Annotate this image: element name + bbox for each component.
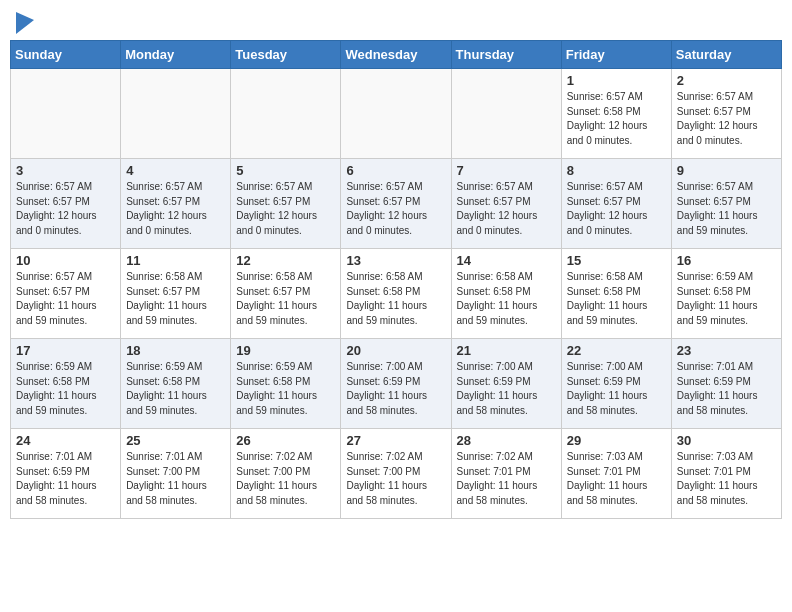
day-info: Sunrise: 6:57 AMSunset: 6:57 PMDaylight:… [236,180,335,238]
logo [14,16,34,34]
calendar-week-row: 24Sunrise: 7:01 AMSunset: 6:59 PMDayligh… [11,429,782,519]
day-info: Sunrise: 7:00 AMSunset: 6:59 PMDaylight:… [457,360,556,418]
day-number: 14 [457,253,556,268]
day-number: 13 [346,253,445,268]
calendar-cell: 3Sunrise: 6:57 AMSunset: 6:57 PMDaylight… [11,159,121,249]
day-number: 20 [346,343,445,358]
day-number: 4 [126,163,225,178]
calendar-cell: 7Sunrise: 6:57 AMSunset: 6:57 PMDaylight… [451,159,561,249]
calendar-cell: 21Sunrise: 7:00 AMSunset: 6:59 PMDayligh… [451,339,561,429]
day-number: 30 [677,433,776,448]
day-number: 15 [567,253,666,268]
calendar-cell: 4Sunrise: 6:57 AMSunset: 6:57 PMDaylight… [121,159,231,249]
calendar-cell: 27Sunrise: 7:02 AMSunset: 7:00 PMDayligh… [341,429,451,519]
logo-icon [16,12,34,34]
day-number: 6 [346,163,445,178]
calendar-cell: 28Sunrise: 7:02 AMSunset: 7:01 PMDayligh… [451,429,561,519]
calendar-cell: 2Sunrise: 6:57 AMSunset: 6:57 PMDaylight… [671,69,781,159]
day-info: Sunrise: 7:01 AMSunset: 6:59 PMDaylight:… [677,360,776,418]
day-number: 25 [126,433,225,448]
col-header-wednesday: Wednesday [341,41,451,69]
calendar-cell [341,69,451,159]
day-number: 3 [16,163,115,178]
day-number: 12 [236,253,335,268]
day-info: Sunrise: 7:01 AMSunset: 6:59 PMDaylight:… [16,450,115,508]
day-number: 5 [236,163,335,178]
day-info: Sunrise: 6:59 AMSunset: 6:58 PMDaylight:… [677,270,776,328]
calendar-cell: 23Sunrise: 7:01 AMSunset: 6:59 PMDayligh… [671,339,781,429]
day-info: Sunrise: 6:59 AMSunset: 6:58 PMDaylight:… [236,360,335,418]
day-number: 1 [567,73,666,88]
col-header-friday: Friday [561,41,671,69]
calendar-cell: 30Sunrise: 7:03 AMSunset: 7:01 PMDayligh… [671,429,781,519]
day-info: Sunrise: 7:02 AMSunset: 7:00 PMDaylight:… [346,450,445,508]
calendar-week-row: 17Sunrise: 6:59 AMSunset: 6:58 PMDayligh… [11,339,782,429]
day-info: Sunrise: 6:59 AMSunset: 6:58 PMDaylight:… [126,360,225,418]
calendar-cell: 24Sunrise: 7:01 AMSunset: 6:59 PMDayligh… [11,429,121,519]
day-info: Sunrise: 6:58 AMSunset: 6:58 PMDaylight:… [457,270,556,328]
day-info: Sunrise: 6:57 AMSunset: 6:57 PMDaylight:… [567,180,666,238]
day-info: Sunrise: 7:00 AMSunset: 6:59 PMDaylight:… [346,360,445,418]
day-info: Sunrise: 6:57 AMSunset: 6:57 PMDaylight:… [677,180,776,238]
day-number: 11 [126,253,225,268]
calendar-cell: 25Sunrise: 7:01 AMSunset: 7:00 PMDayligh… [121,429,231,519]
day-number: 22 [567,343,666,358]
day-info: Sunrise: 7:01 AMSunset: 7:00 PMDaylight:… [126,450,225,508]
day-info: Sunrise: 7:03 AMSunset: 7:01 PMDaylight:… [567,450,666,508]
calendar-week-row: 10Sunrise: 6:57 AMSunset: 6:57 PMDayligh… [11,249,782,339]
day-number: 27 [346,433,445,448]
calendar-cell: 8Sunrise: 6:57 AMSunset: 6:57 PMDaylight… [561,159,671,249]
calendar-cell: 5Sunrise: 6:57 AMSunset: 6:57 PMDaylight… [231,159,341,249]
day-number: 16 [677,253,776,268]
col-header-thursday: Thursday [451,41,561,69]
calendar-cell: 17Sunrise: 6:59 AMSunset: 6:58 PMDayligh… [11,339,121,429]
calendar-cell: 1Sunrise: 6:57 AMSunset: 6:58 PMDaylight… [561,69,671,159]
day-info: Sunrise: 6:57 AMSunset: 6:57 PMDaylight:… [16,270,115,328]
col-header-monday: Monday [121,41,231,69]
day-number: 2 [677,73,776,88]
day-info: Sunrise: 6:57 AMSunset: 6:57 PMDaylight:… [16,180,115,238]
calendar-cell: 9Sunrise: 6:57 AMSunset: 6:57 PMDaylight… [671,159,781,249]
calendar-header-row: SundayMondayTuesdayWednesdayThursdayFrid… [11,41,782,69]
calendar-table: SundayMondayTuesdayWednesdayThursdayFrid… [10,40,782,519]
calendar-cell: 12Sunrise: 6:58 AMSunset: 6:57 PMDayligh… [231,249,341,339]
calendar-cell: 10Sunrise: 6:57 AMSunset: 6:57 PMDayligh… [11,249,121,339]
day-number: 24 [16,433,115,448]
calendar-cell [121,69,231,159]
day-number: 8 [567,163,666,178]
day-info: Sunrise: 6:57 AMSunset: 6:58 PMDaylight:… [567,90,666,148]
calendar-cell: 14Sunrise: 6:58 AMSunset: 6:58 PMDayligh… [451,249,561,339]
day-info: Sunrise: 6:58 AMSunset: 6:57 PMDaylight:… [236,270,335,328]
day-info: Sunrise: 7:02 AMSunset: 7:00 PMDaylight:… [236,450,335,508]
day-info: Sunrise: 7:02 AMSunset: 7:01 PMDaylight:… [457,450,556,508]
day-info: Sunrise: 6:57 AMSunset: 6:57 PMDaylight:… [457,180,556,238]
calendar-cell: 16Sunrise: 6:59 AMSunset: 6:58 PMDayligh… [671,249,781,339]
day-number: 17 [16,343,115,358]
calendar-cell: 13Sunrise: 6:58 AMSunset: 6:58 PMDayligh… [341,249,451,339]
calendar-cell: 29Sunrise: 7:03 AMSunset: 7:01 PMDayligh… [561,429,671,519]
day-number: 10 [16,253,115,268]
day-info: Sunrise: 6:57 AMSunset: 6:57 PMDaylight:… [126,180,225,238]
day-info: Sunrise: 6:57 AMSunset: 6:57 PMDaylight:… [346,180,445,238]
calendar-cell: 20Sunrise: 7:00 AMSunset: 6:59 PMDayligh… [341,339,451,429]
calendar-cell [11,69,121,159]
calendar-cell [231,69,341,159]
day-info: Sunrise: 7:00 AMSunset: 6:59 PMDaylight:… [567,360,666,418]
day-info: Sunrise: 6:58 AMSunset: 6:58 PMDaylight:… [346,270,445,328]
col-header-sunday: Sunday [11,41,121,69]
day-info: Sunrise: 6:57 AMSunset: 6:57 PMDaylight:… [677,90,776,148]
col-header-tuesday: Tuesday [231,41,341,69]
calendar-week-row: 3Sunrise: 6:57 AMSunset: 6:57 PMDaylight… [11,159,782,249]
calendar-cell: 19Sunrise: 6:59 AMSunset: 6:58 PMDayligh… [231,339,341,429]
calendar-cell: 11Sunrise: 6:58 AMSunset: 6:57 PMDayligh… [121,249,231,339]
day-info: Sunrise: 6:59 AMSunset: 6:58 PMDaylight:… [16,360,115,418]
col-header-saturday: Saturday [671,41,781,69]
calendar-cell: 22Sunrise: 7:00 AMSunset: 6:59 PMDayligh… [561,339,671,429]
day-number: 23 [677,343,776,358]
day-number: 9 [677,163,776,178]
day-number: 21 [457,343,556,358]
page-header [10,10,782,34]
day-info: Sunrise: 6:58 AMSunset: 6:58 PMDaylight:… [567,270,666,328]
day-number: 29 [567,433,666,448]
day-info: Sunrise: 7:03 AMSunset: 7:01 PMDaylight:… [677,450,776,508]
